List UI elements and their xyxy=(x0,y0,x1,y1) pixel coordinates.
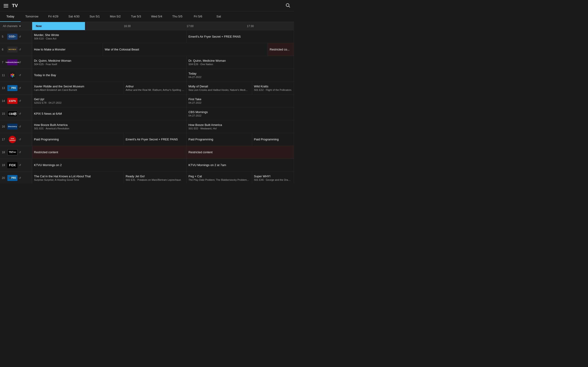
program-cell[interactable]: Paid Programming xyxy=(252,133,294,146)
guide-row: 6 MOVIES! ↺ How to Make a MonsterWar of … xyxy=(0,43,294,56)
channel-cell-18[interactable]: 18 TNTHD ↺ xyxy=(0,146,32,158)
program-cell[interactable]: Peg + CatThe Play Date Problem; The Blab… xyxy=(187,172,252,184)
program-cell[interactable]: Today in the Bay xyxy=(32,69,187,81)
programs-container: Xavier Riddle and the Secret MuseumI am … xyxy=(32,82,294,94)
program-title: KTVU Mornings on 2 at 7am xyxy=(189,163,292,167)
programs-container: Today in the BayToday04-27-2022 xyxy=(32,69,294,81)
replay-icon: ↺ xyxy=(19,74,21,77)
program-cell[interactable]: The Cat in the Hat Knows a Lot About Tha… xyxy=(32,172,124,184)
program-subtitle: S02 E31 · Potatoes on Mars/Bertram Lepre… xyxy=(126,178,185,181)
program-title: Super WHY! xyxy=(254,175,292,178)
channel-logo-hallmark: hallmarkchannel xyxy=(7,59,17,65)
program-cell[interactable]: Restricted co... xyxy=(268,43,294,56)
program-cell[interactable]: Restricted content xyxy=(187,146,294,158)
program-title: Today in the Bay xyxy=(34,73,185,77)
day-tab-2[interactable]: Fri 4/29 xyxy=(43,11,64,22)
program-cell[interactable]: Ready Jet Go!S02 E31 · Potatoes on Mars/… xyxy=(124,172,187,184)
program-cell[interactable]: KTVU Mornings on 2 xyxy=(32,159,187,171)
program-title: KTVU Mornings on 2 xyxy=(34,163,185,167)
program-subtitle: Sea Lion Crooks and Halibut Hooks; Natur… xyxy=(189,89,250,91)
program-subtitle: S04 E25 · Fear Itself xyxy=(34,63,185,66)
channel-logo-container: CBS xyxy=(7,110,17,117)
channel-cell-7[interactable]: 7 hallmarkchannel ↺ xyxy=(0,56,32,69)
guide-row: 11 ↺ Today in the BayToday04-27-2022 xyxy=(0,69,294,82)
channel-cell-17[interactable]: 17 foodnetwork ↺ xyxy=(0,133,32,146)
channel-cell-15[interactable]: 15 CBS ↺ xyxy=(0,107,32,120)
day-tab-4[interactable]: Sun 5/1 xyxy=(84,11,105,22)
day-tab-6[interactable]: Tue 5/3 xyxy=(126,11,146,22)
program-cell[interactable]: Molly of DenaliSea Lion Crooks and Halib… xyxy=(187,82,252,94)
replay-icon: ↺ xyxy=(19,176,21,180)
day-tab-3[interactable]: Sat 4/30 xyxy=(64,11,84,22)
program-subtitle: 04-27-2022 xyxy=(189,114,292,117)
day-tab-5[interactable]: Mon 5/2 xyxy=(105,11,126,22)
replay-icon: ↺ xyxy=(19,112,21,115)
program-cell[interactable]: War of the Colossal Beast xyxy=(103,43,268,56)
channel-cell-6[interactable]: 6 MOVIES! ↺ xyxy=(0,43,32,56)
channel-cell-19[interactable]: 19 FOX ↺ xyxy=(0,159,32,171)
channel-logo-discovery: Discovery xyxy=(7,124,17,130)
program-title: Restricted co... xyxy=(270,48,292,51)
svg-point-6 xyxy=(15,113,16,115)
programs-container: Dr. Quinn, Medicine WomanS04 E25 · Fear … xyxy=(32,56,294,69)
channel-cell-14[interactable]: 14 ESPN ↺ xyxy=(0,94,32,107)
program-cell[interactable]: Restricted content xyxy=(32,146,187,158)
program-cell[interactable]: Emeril's Air Fryer Secret + FREE PANS xyxy=(187,30,294,43)
program-cell[interactable]: Dr. Quinn, Medicine WomanS04 E25 · Fear … xyxy=(32,56,187,69)
program-cell[interactable]: Paid Programming xyxy=(187,133,252,146)
program-cell[interactable]: Wild KrattsS01 E32 · Flight of the Polli… xyxy=(252,82,294,94)
program-cell[interactable]: First Take04-27-2022 xyxy=(187,94,294,107)
time-16-30: 16:30 xyxy=(124,25,131,28)
program-cell[interactable]: ArthurArthur and the Real Mr. Ratburn; A… xyxy=(124,82,187,94)
program-title: Paid Programming xyxy=(34,138,122,141)
time-slots-header: Now 16:30 17:00 17:30 xyxy=(32,22,294,30)
replay-icon: ↺ xyxy=(19,138,21,141)
time-17-00: 17:00 xyxy=(187,25,194,28)
program-subtitle: S01 E01 · America's Revolution xyxy=(34,127,185,130)
channel-cell-16[interactable]: 16 Discovery ↺ xyxy=(0,120,32,133)
search-icon[interactable] xyxy=(285,3,290,8)
program-cell[interactable]: Today04-27-2022 xyxy=(187,69,294,81)
channel-cell-11[interactable]: 11 ↺ xyxy=(0,69,32,81)
channel-cell-5[interactable]: 5 COZItv ↺ xyxy=(0,30,32,43)
program-cell[interactable]: How Booze Built AmericaS01 E01 · America… xyxy=(32,120,187,133)
channel-logo-container: Discovery xyxy=(7,123,17,130)
channel-number: 14 xyxy=(2,99,6,102)
day-tab-1[interactable]: Tomorrow xyxy=(21,11,43,22)
replay-icon: ↺ xyxy=(19,35,21,38)
program-cell[interactable]: KPIX 5 News at 6AM xyxy=(32,107,187,120)
day-tab-7[interactable]: Wed 5/4 xyxy=(146,11,167,22)
programs-container: KTVU Mornings on 2KTVU Mornings on 2 at … xyxy=(32,159,294,171)
channel-logo-container: COZItv xyxy=(7,33,17,40)
channel-logo-pbs: ⚫PBS xyxy=(7,175,17,181)
day-tab-9[interactable]: Fri 5/6 xyxy=(188,11,208,22)
program-cell[interactable]: Emeril's Air Fryer Secret + FREE PANS xyxy=(124,133,187,146)
channel-cell-13[interactable]: 13 ⚫PBS ↺ xyxy=(0,82,32,94)
day-tab-8[interactable]: Thu 5/5 xyxy=(167,11,188,22)
program-cell[interactable]: Super WHY!S01 E46 · George and the Drago… xyxy=(252,172,294,184)
program-title: Emeril's Air Fryer Secret + FREE PANS xyxy=(189,35,292,38)
program-cell[interactable]: Dr. Quinn, Medicine WomanS04 E26 · One N… xyxy=(187,56,294,69)
channel-cell-20[interactable]: 20 ⚫PBS ↺ xyxy=(0,172,32,184)
channel-number: 11 xyxy=(2,74,6,77)
day-tab-10[interactable]: Sat xyxy=(208,11,229,22)
all-channels-button[interactable]: All channels xyxy=(0,22,32,30)
program-cell[interactable]: Xavier Riddle and the Secret MuseumI am … xyxy=(32,82,124,94)
program-cell[interactable]: KTVU Mornings on 2 at 7am xyxy=(187,159,294,171)
program-title: Restricted content xyxy=(189,150,292,154)
program-cell[interactable]: Paid Programming xyxy=(32,133,124,146)
program-cell[interactable]: How Booze Built AmericaS01 E02 · Westwar… xyxy=(187,120,294,133)
program-cell[interactable]: Murder, She WroteS06 E10 · Class Act xyxy=(32,30,187,43)
menu-icon[interactable] xyxy=(4,4,8,7)
program-cell[interactable]: Get Up!S2022 E78 · 04-27-2022 xyxy=(32,94,187,107)
day-tab-0[interactable]: Today xyxy=(0,11,21,22)
replay-icon: ↺ xyxy=(19,86,21,90)
program-title: Get Up! xyxy=(34,98,185,101)
program-cell[interactable]: How to Make a Monster xyxy=(32,43,103,56)
guide-row: 5 COZItv ↺ Murder, She WroteS06 E10 · Cl… xyxy=(0,30,294,43)
channel-number: 17 xyxy=(2,138,6,141)
program-cell[interactable]: CBS Mornings04-27-2022 xyxy=(187,107,294,120)
program-title: Paid Programming xyxy=(254,138,292,141)
guide-row: 17 foodnetwork ↺ Paid ProgrammingEmeril'… xyxy=(0,133,294,146)
programs-container: Paid ProgrammingEmeril's Air Fryer Secre… xyxy=(32,133,294,146)
